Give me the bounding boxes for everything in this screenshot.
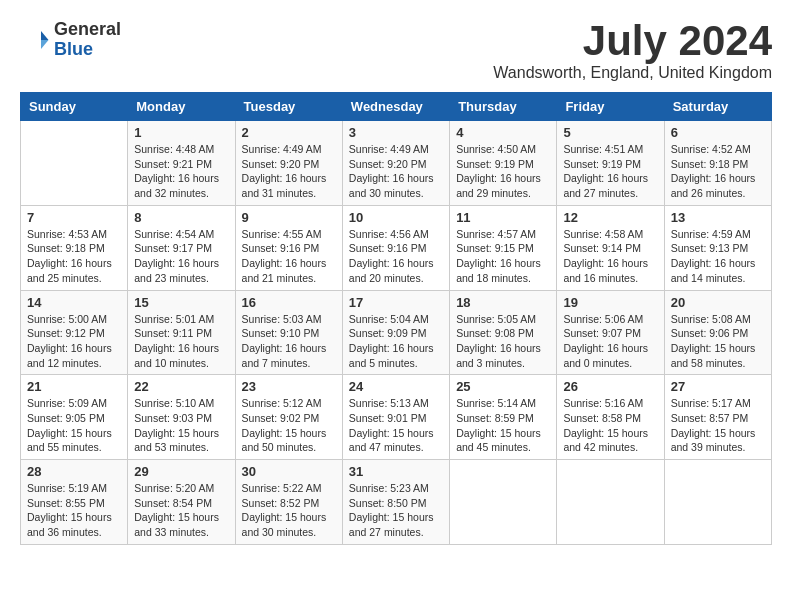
day-info: Sunrise: 4:49 AM Sunset: 9:20 PM Dayligh… bbox=[349, 142, 443, 201]
calendar-cell: 11Sunrise: 4:57 AM Sunset: 9:15 PM Dayli… bbox=[450, 205, 557, 290]
calendar-cell: 5Sunrise: 4:51 AM Sunset: 9:19 PM Daylig… bbox=[557, 121, 664, 206]
calendar-cell bbox=[21, 121, 128, 206]
calendar-cell: 21Sunrise: 5:09 AM Sunset: 9:05 PM Dayli… bbox=[21, 375, 128, 460]
calendar-cell: 9Sunrise: 4:55 AM Sunset: 9:16 PM Daylig… bbox=[235, 205, 342, 290]
day-info: Sunrise: 4:51 AM Sunset: 9:19 PM Dayligh… bbox=[563, 142, 657, 201]
day-number: 24 bbox=[349, 379, 443, 394]
calendar-cell: 10Sunrise: 4:56 AM Sunset: 9:16 PM Dayli… bbox=[342, 205, 449, 290]
day-number: 21 bbox=[27, 379, 121, 394]
day-info: Sunrise: 5:20 AM Sunset: 8:54 PM Dayligh… bbox=[134, 481, 228, 540]
day-number: 29 bbox=[134, 464, 228, 479]
day-info: Sunrise: 5:01 AM Sunset: 9:11 PM Dayligh… bbox=[134, 312, 228, 371]
calendar-cell: 31Sunrise: 5:23 AM Sunset: 8:50 PM Dayli… bbox=[342, 460, 449, 545]
logo-blue: Blue bbox=[54, 40, 121, 60]
day-info: Sunrise: 5:05 AM Sunset: 9:08 PM Dayligh… bbox=[456, 312, 550, 371]
day-info: Sunrise: 5:19 AM Sunset: 8:55 PM Dayligh… bbox=[27, 481, 121, 540]
day-info: Sunrise: 5:13 AM Sunset: 9:01 PM Dayligh… bbox=[349, 396, 443, 455]
calendar-week-4: 21Sunrise: 5:09 AM Sunset: 9:05 PM Dayli… bbox=[21, 375, 772, 460]
day-info: Sunrise: 5:14 AM Sunset: 8:59 PM Dayligh… bbox=[456, 396, 550, 455]
day-info: Sunrise: 4:48 AM Sunset: 9:21 PM Dayligh… bbox=[134, 142, 228, 201]
day-info: Sunrise: 5:16 AM Sunset: 8:58 PM Dayligh… bbox=[563, 396, 657, 455]
day-info: Sunrise: 4:59 AM Sunset: 9:13 PM Dayligh… bbox=[671, 227, 765, 286]
day-number: 18 bbox=[456, 295, 550, 310]
day-number: 2 bbox=[242, 125, 336, 140]
day-number: 22 bbox=[134, 379, 228, 394]
column-header-sunday: Sunday bbox=[21, 93, 128, 121]
calendar-cell: 29Sunrise: 5:20 AM Sunset: 8:54 PM Dayli… bbox=[128, 460, 235, 545]
day-number: 5 bbox=[563, 125, 657, 140]
day-number: 10 bbox=[349, 210, 443, 225]
day-info: Sunrise: 4:56 AM Sunset: 9:16 PM Dayligh… bbox=[349, 227, 443, 286]
calendar-cell bbox=[450, 460, 557, 545]
column-header-thursday: Thursday bbox=[450, 93, 557, 121]
day-number: 26 bbox=[563, 379, 657, 394]
day-info: Sunrise: 4:50 AM Sunset: 9:19 PM Dayligh… bbox=[456, 142, 550, 201]
calendar-cell: 26Sunrise: 5:16 AM Sunset: 8:58 PM Dayli… bbox=[557, 375, 664, 460]
day-number: 30 bbox=[242, 464, 336, 479]
day-number: 4 bbox=[456, 125, 550, 140]
day-info: Sunrise: 5:10 AM Sunset: 9:03 PM Dayligh… bbox=[134, 396, 228, 455]
calendar-cell: 7Sunrise: 4:53 AM Sunset: 9:18 PM Daylig… bbox=[21, 205, 128, 290]
day-info: Sunrise: 5:08 AM Sunset: 9:06 PM Dayligh… bbox=[671, 312, 765, 371]
day-info: Sunrise: 4:58 AM Sunset: 9:14 PM Dayligh… bbox=[563, 227, 657, 286]
day-info: Sunrise: 5:04 AM Sunset: 9:09 PM Dayligh… bbox=[349, 312, 443, 371]
header-row: SundayMondayTuesdayWednesdayThursdayFrid… bbox=[21, 93, 772, 121]
day-number: 20 bbox=[671, 295, 765, 310]
calendar-cell: 19Sunrise: 5:06 AM Sunset: 9:07 PM Dayli… bbox=[557, 290, 664, 375]
day-info: Sunrise: 4:52 AM Sunset: 9:18 PM Dayligh… bbox=[671, 142, 765, 201]
column-header-saturday: Saturday bbox=[664, 93, 771, 121]
day-number: 17 bbox=[349, 295, 443, 310]
calendar-body: 1Sunrise: 4:48 AM Sunset: 9:21 PM Daylig… bbox=[21, 121, 772, 545]
day-info: Sunrise: 5:12 AM Sunset: 9:02 PM Dayligh… bbox=[242, 396, 336, 455]
day-number: 6 bbox=[671, 125, 765, 140]
day-number: 8 bbox=[134, 210, 228, 225]
calendar-cell: 16Sunrise: 5:03 AM Sunset: 9:10 PM Dayli… bbox=[235, 290, 342, 375]
calendar-cell: 20Sunrise: 5:08 AM Sunset: 9:06 PM Dayli… bbox=[664, 290, 771, 375]
calendar-cell: 18Sunrise: 5:05 AM Sunset: 9:08 PM Dayli… bbox=[450, 290, 557, 375]
day-number: 3 bbox=[349, 125, 443, 140]
day-info: Sunrise: 5:06 AM Sunset: 9:07 PM Dayligh… bbox=[563, 312, 657, 371]
day-number: 12 bbox=[563, 210, 657, 225]
calendar-week-2: 7Sunrise: 4:53 AM Sunset: 9:18 PM Daylig… bbox=[21, 205, 772, 290]
logo: General Blue bbox=[20, 20, 121, 60]
calendar-week-3: 14Sunrise: 5:00 AM Sunset: 9:12 PM Dayli… bbox=[21, 290, 772, 375]
day-number: 31 bbox=[349, 464, 443, 479]
day-number: 27 bbox=[671, 379, 765, 394]
column-header-monday: Monday bbox=[128, 93, 235, 121]
calendar-cell: 17Sunrise: 5:04 AM Sunset: 9:09 PM Dayli… bbox=[342, 290, 449, 375]
calendar-cell: 6Sunrise: 4:52 AM Sunset: 9:18 PM Daylig… bbox=[664, 121, 771, 206]
calendar-cell: 22Sunrise: 5:10 AM Sunset: 9:03 PM Dayli… bbox=[128, 375, 235, 460]
day-number: 11 bbox=[456, 210, 550, 225]
day-info: Sunrise: 4:54 AM Sunset: 9:17 PM Dayligh… bbox=[134, 227, 228, 286]
day-number: 9 bbox=[242, 210, 336, 225]
day-number: 15 bbox=[134, 295, 228, 310]
day-info: Sunrise: 5:03 AM Sunset: 9:10 PM Dayligh… bbox=[242, 312, 336, 371]
column-header-friday: Friday bbox=[557, 93, 664, 121]
column-header-tuesday: Tuesday bbox=[235, 93, 342, 121]
day-info: Sunrise: 5:00 AM Sunset: 9:12 PM Dayligh… bbox=[27, 312, 121, 371]
day-info: Sunrise: 5:17 AM Sunset: 8:57 PM Dayligh… bbox=[671, 396, 765, 455]
title-area: July 2024 Wandsworth, England, United Ki… bbox=[493, 20, 772, 82]
day-number: 25 bbox=[456, 379, 550, 394]
day-info: Sunrise: 5:22 AM Sunset: 8:52 PM Dayligh… bbox=[242, 481, 336, 540]
day-info: Sunrise: 5:23 AM Sunset: 8:50 PM Dayligh… bbox=[349, 481, 443, 540]
calendar-cell: 8Sunrise: 4:54 AM Sunset: 9:17 PM Daylig… bbox=[128, 205, 235, 290]
calendar-cell: 12Sunrise: 4:58 AM Sunset: 9:14 PM Dayli… bbox=[557, 205, 664, 290]
calendar-cell: 15Sunrise: 5:01 AM Sunset: 9:11 PM Dayli… bbox=[128, 290, 235, 375]
calendar-cell: 4Sunrise: 4:50 AM Sunset: 9:19 PM Daylig… bbox=[450, 121, 557, 206]
calendar-week-5: 28Sunrise: 5:19 AM Sunset: 8:55 PM Dayli… bbox=[21, 460, 772, 545]
calendar-cell: 28Sunrise: 5:19 AM Sunset: 8:55 PM Dayli… bbox=[21, 460, 128, 545]
day-number: 14 bbox=[27, 295, 121, 310]
day-number: 16 bbox=[242, 295, 336, 310]
calendar-cell bbox=[664, 460, 771, 545]
calendar-cell: 30Sunrise: 5:22 AM Sunset: 8:52 PM Dayli… bbox=[235, 460, 342, 545]
calendar-cell: 23Sunrise: 5:12 AM Sunset: 9:02 PM Dayli… bbox=[235, 375, 342, 460]
logo-icon bbox=[20, 25, 50, 55]
column-header-wednesday: Wednesday bbox=[342, 93, 449, 121]
day-info: Sunrise: 5:09 AM Sunset: 9:05 PM Dayligh… bbox=[27, 396, 121, 455]
day-number: 28 bbox=[27, 464, 121, 479]
header: General Blue July 2024 Wandsworth, Engla… bbox=[20, 20, 772, 82]
logo-text: General Blue bbox=[54, 20, 121, 60]
calendar-header: SundayMondayTuesdayWednesdayThursdayFrid… bbox=[21, 93, 772, 121]
day-info: Sunrise: 4:49 AM Sunset: 9:20 PM Dayligh… bbox=[242, 142, 336, 201]
